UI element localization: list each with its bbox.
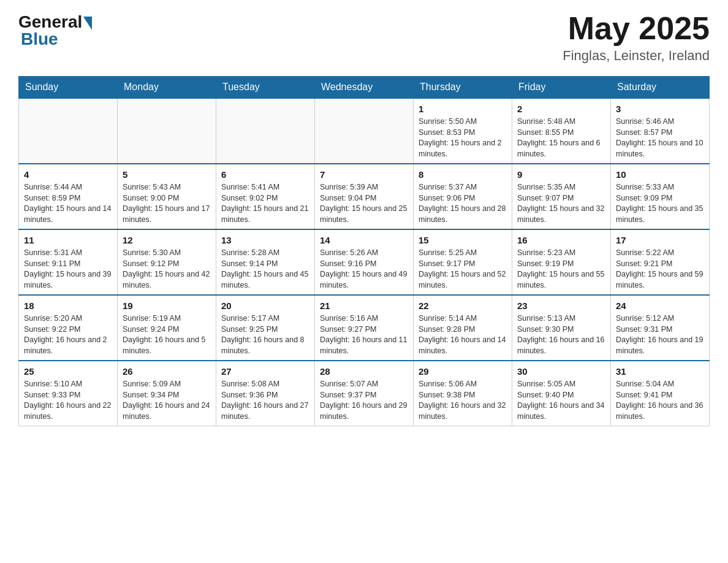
day-info: Sunrise: 5:16 AM Sunset: 9:27 PM Dayligh… — [320, 313, 408, 356]
calendar-cell: 3Sunrise: 5:46 AM Sunset: 8:57 PM Daylig… — [611, 98, 710, 164]
day-number: 21 — [320, 299, 408, 312]
day-number: 31 — [616, 365, 704, 378]
day-number: 2 — [517, 102, 605, 115]
day-info: Sunrise: 5:19 AM Sunset: 9:24 PM Dayligh… — [123, 313, 211, 356]
calendar-cell: 21Sunrise: 5:16 AM Sunset: 9:27 PM Dayli… — [315, 295, 414, 361]
day-info: Sunrise: 5:23 AM Sunset: 9:19 PM Dayligh… — [517, 248, 605, 291]
weekday-header-saturday: Saturday — [611, 77, 710, 99]
day-number: 20 — [221, 299, 309, 312]
day-number: 26 — [123, 365, 211, 378]
day-number: 5 — [123, 168, 211, 181]
day-number: 9 — [517, 168, 605, 181]
weekday-header-thursday: Thursday — [414, 77, 512, 99]
day-number: 3 — [616, 102, 704, 115]
day-number: 18 — [24, 299, 112, 312]
day-number: 13 — [221, 234, 309, 247]
calendar-cell — [19, 98, 118, 164]
calendar-cell: 14Sunrise: 5:26 AM Sunset: 9:16 PM Dayli… — [315, 229, 414, 295]
calendar-cell: 9Sunrise: 5:35 AM Sunset: 9:07 PM Daylig… — [512, 164, 611, 229]
calendar-cell: 31Sunrise: 5:04 AM Sunset: 9:41 PM Dayli… — [611, 361, 710, 426]
day-info: Sunrise: 5:39 AM Sunset: 9:04 PM Dayligh… — [320, 182, 408, 225]
calendar-cell: 22Sunrise: 5:14 AM Sunset: 9:28 PM Dayli… — [414, 295, 512, 361]
day-number: 10 — [616, 168, 704, 181]
calendar-cell: 28Sunrise: 5:07 AM Sunset: 9:37 PM Dayli… — [315, 361, 414, 426]
calendar-cell: 27Sunrise: 5:08 AM Sunset: 9:36 PM Dayli… — [216, 361, 315, 426]
day-info: Sunrise: 5:07 AM Sunset: 9:37 PM Dayligh… — [320, 379, 408, 422]
calendar-table: SundayMondayTuesdayWednesdayThursdayFrid… — [18, 76, 710, 426]
day-number: 11 — [24, 234, 112, 247]
calendar-cell: 13Sunrise: 5:28 AM Sunset: 9:14 PM Dayli… — [216, 229, 315, 295]
day-number: 14 — [320, 234, 408, 247]
day-info: Sunrise: 5:04 AM Sunset: 9:41 PM Dayligh… — [616, 379, 704, 422]
logo: General Blue — [18, 12, 92, 49]
calendar-cell — [216, 98, 315, 164]
day-number: 25 — [24, 365, 112, 378]
day-info: Sunrise: 5:50 AM Sunset: 8:53 PM Dayligh… — [419, 117, 507, 159]
day-info: Sunrise: 5:46 AM Sunset: 8:57 PM Dayligh… — [616, 117, 704, 159]
day-info: Sunrise: 5:13 AM Sunset: 9:30 PM Dayligh… — [517, 313, 605, 356]
weekday-header-sunday: Sunday — [19, 77, 118, 99]
day-info: Sunrise: 5:35 AM Sunset: 9:07 PM Dayligh… — [517, 182, 605, 225]
calendar-cell: 23Sunrise: 5:13 AM Sunset: 9:30 PM Dayli… — [512, 295, 611, 361]
calendar-cell: 30Sunrise: 5:05 AM Sunset: 9:40 PM Dayli… — [512, 361, 611, 426]
calendar-cell: 5Sunrise: 5:43 AM Sunset: 9:00 PM Daylig… — [118, 164, 216, 229]
month-year-title: May 2025 — [563, 12, 710, 44]
day-info: Sunrise: 5:44 AM Sunset: 8:59 PM Dayligh… — [24, 182, 112, 225]
location-subtitle: Finglas, Leinster, Ireland — [563, 48, 710, 64]
day-number: 16 — [517, 234, 605, 247]
calendar-cell: 19Sunrise: 5:19 AM Sunset: 9:24 PM Dayli… — [118, 295, 216, 361]
day-number: 22 — [419, 299, 507, 312]
calendar-cell: 15Sunrise: 5:25 AM Sunset: 9:17 PM Dayli… — [414, 229, 512, 295]
logo-arrow-icon — [83, 17, 92, 30]
day-info: Sunrise: 5:26 AM Sunset: 9:16 PM Dayligh… — [320, 248, 408, 291]
calendar-header-row: SundayMondayTuesdayWednesdayThursdayFrid… — [19, 77, 710, 99]
day-number: 28 — [320, 365, 408, 378]
day-number: 15 — [419, 234, 507, 247]
header: General Blue May 2025 Finglas, Leinster,… — [18, 12, 710, 64]
weekday-header-friday: Friday — [512, 77, 611, 99]
day-number: 27 — [221, 365, 309, 378]
day-number: 19 — [123, 299, 211, 312]
day-info: Sunrise: 5:20 AM Sunset: 9:22 PM Dayligh… — [24, 313, 112, 356]
weekday-header-tuesday: Tuesday — [216, 77, 315, 99]
day-number: 1 — [419, 102, 507, 115]
day-info: Sunrise: 5:37 AM Sunset: 9:06 PM Dayligh… — [419, 182, 507, 225]
week-row-4: 18Sunrise: 5:20 AM Sunset: 9:22 PM Dayli… — [19, 295, 710, 361]
logo-blue-text: Blue — [18, 29, 58, 49]
day-info: Sunrise: 5:43 AM Sunset: 9:00 PM Dayligh… — [123, 182, 211, 225]
calendar-cell: 11Sunrise: 5:31 AM Sunset: 9:11 PM Dayli… — [19, 229, 118, 295]
calendar-cell: 18Sunrise: 5:20 AM Sunset: 9:22 PM Dayli… — [19, 295, 118, 361]
calendar-cell: 2Sunrise: 5:48 AM Sunset: 8:55 PM Daylig… — [512, 98, 611, 164]
day-info: Sunrise: 5:08 AM Sunset: 9:36 PM Dayligh… — [221, 379, 309, 422]
calendar-cell: 7Sunrise: 5:39 AM Sunset: 9:04 PM Daylig… — [315, 164, 414, 229]
day-info: Sunrise: 5:31 AM Sunset: 9:11 PM Dayligh… — [24, 248, 112, 291]
calendar-cell: 17Sunrise: 5:22 AM Sunset: 9:21 PM Dayli… — [611, 229, 710, 295]
calendar-cell: 6Sunrise: 5:41 AM Sunset: 9:02 PM Daylig… — [216, 164, 315, 229]
day-info: Sunrise: 5:12 AM Sunset: 9:31 PM Dayligh… — [616, 313, 704, 356]
calendar-cell: 1Sunrise: 5:50 AM Sunset: 8:53 PM Daylig… — [414, 98, 512, 164]
day-info: Sunrise: 5:30 AM Sunset: 9:12 PM Dayligh… — [123, 248, 211, 291]
day-info: Sunrise: 5:22 AM Sunset: 9:21 PM Dayligh… — [616, 248, 704, 291]
week-row-3: 11Sunrise: 5:31 AM Sunset: 9:11 PM Dayli… — [19, 229, 710, 295]
day-number: 8 — [419, 168, 507, 181]
weekday-header-monday: Monday — [118, 77, 216, 99]
day-number: 6 — [221, 168, 309, 181]
calendar-cell: 4Sunrise: 5:44 AM Sunset: 8:59 PM Daylig… — [19, 164, 118, 229]
calendar-cell: 10Sunrise: 5:33 AM Sunset: 9:09 PM Dayli… — [611, 164, 710, 229]
day-info: Sunrise: 5:05 AM Sunset: 9:40 PM Dayligh… — [517, 379, 605, 422]
day-info: Sunrise: 5:10 AM Sunset: 9:33 PM Dayligh… — [24, 379, 112, 422]
calendar-cell: 12Sunrise: 5:30 AM Sunset: 9:12 PM Dayli… — [118, 229, 216, 295]
calendar-cell: 29Sunrise: 5:06 AM Sunset: 9:38 PM Dayli… — [414, 361, 512, 426]
day-info: Sunrise: 5:14 AM Sunset: 9:28 PM Dayligh… — [419, 313, 507, 356]
week-row-2: 4Sunrise: 5:44 AM Sunset: 8:59 PM Daylig… — [19, 164, 710, 229]
calendar-cell: 20Sunrise: 5:17 AM Sunset: 9:25 PM Dayli… — [216, 295, 315, 361]
calendar-cell: 25Sunrise: 5:10 AM Sunset: 9:33 PM Dayli… — [19, 361, 118, 426]
calendar-cell — [315, 98, 414, 164]
calendar-cell: 16Sunrise: 5:23 AM Sunset: 9:19 PM Dayli… — [512, 229, 611, 295]
day-number: 12 — [123, 234, 211, 247]
day-info: Sunrise: 5:48 AM Sunset: 8:55 PM Dayligh… — [517, 117, 605, 159]
day-info: Sunrise: 5:41 AM Sunset: 9:02 PM Dayligh… — [221, 182, 309, 225]
day-number: 29 — [419, 365, 507, 378]
day-info: Sunrise: 5:28 AM Sunset: 9:14 PM Dayligh… — [221, 248, 309, 291]
calendar-cell: 24Sunrise: 5:12 AM Sunset: 9:31 PM Dayli… — [611, 295, 710, 361]
